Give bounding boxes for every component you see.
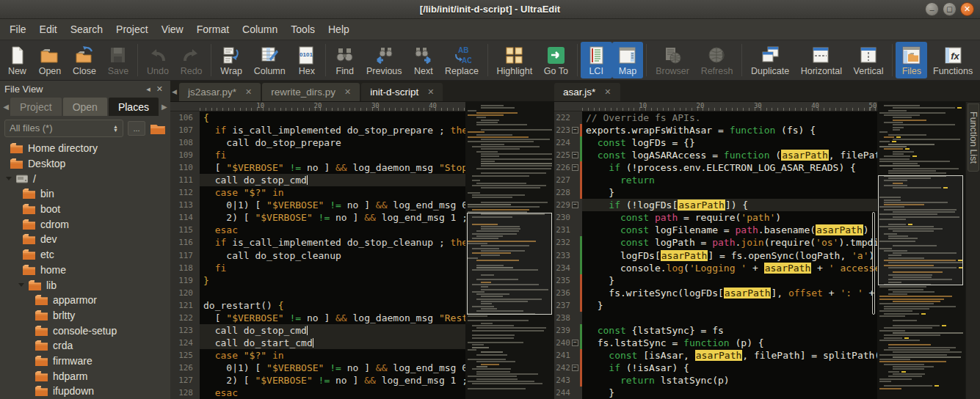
open-button[interactable]: Open — [33, 42, 67, 78]
menu-item-search[interactable]: Search — [64, 21, 109, 38]
file-filter-select[interactable]: All files (*) ▲▼ — [4, 120, 123, 137]
menu-item-format[interactable]: Format — [190, 21, 236, 38]
gutter[interactable]: 235 — [554, 274, 582, 287]
tree-item-lib[interactable]: lib — [0, 277, 170, 293]
tabs-scroll-right-icon[interactable]: ▶ — [160, 98, 169, 116]
title-bar[interactable]: [/lib/init/init-d-script] - UltraEdit – … — [0, 0, 980, 19]
scrollbar-thumb-right[interactable] — [872, 212, 875, 315]
gutter[interactable]: 227 — [554, 174, 582, 186]
collapse-arrow-icon[interactable] — [6, 177, 12, 180]
hex-button[interactable]: 0101Hex — [291, 42, 323, 78]
duplicate-button[interactable]: Duplicate — [745, 42, 795, 78]
tree-item-home[interactable]: home — [0, 263, 170, 278]
gutter[interactable]: 238 — [554, 312, 582, 324]
tab-close-icon[interactable]: ✕ — [344, 87, 351, 97]
tree-item-hdparm[interactable]: hdparm — [0, 368, 170, 384]
horizontal-button[interactable]: Horizontal — [795, 42, 848, 78]
browse-button[interactable]: ... — [128, 121, 145, 136]
tree-item-desktop[interactable]: Desktop — [0, 156, 170, 172]
fold-marker-icon[interactable]: − — [572, 164, 578, 171]
collapse-arrow-icon[interactable] — [18, 283, 24, 287]
gutter[interactable]: 224 — [554, 136, 582, 149]
tree-item-firmware[interactable]: firmware — [0, 354, 170, 369]
map-button[interactable]: Map — [612, 42, 644, 78]
fold-marker-icon[interactable]: − — [572, 202, 578, 208]
functions-button[interactable]: fxFunctions — [927, 42, 979, 78]
tree-item-etc[interactable]: etc — [0, 247, 170, 263]
fold-marker-icon[interactable]: − — [572, 340, 578, 346]
previous-button[interactable]: Previous — [360, 42, 407, 78]
gutter[interactable]: 236 — [554, 287, 582, 299]
document-tab-init-d-script[interactable]: init-d-script✕ — [361, 83, 443, 101]
fold-marker-icon[interactable]: − — [572, 152, 578, 158]
maximize-icon[interactable]: ◻ — [943, 2, 957, 16]
files-button[interactable]: Files — [896, 42, 927, 78]
gutter[interactable]: 231 — [554, 224, 582, 236]
gutter[interactable]: 239 — [554, 324, 582, 337]
tree-item-dev[interactable]: dev — [0, 232, 170, 247]
document-tab-js2asar-py-[interactable]: js2asar.py*✕ — [179, 83, 261, 101]
file-view-tab-places[interactable]: Places — [109, 98, 159, 116]
tree-item-crda[interactable]: crda — [0, 338, 170, 354]
panel-close-icon[interactable]: ✕ — [153, 84, 166, 94]
menu-item-help[interactable]: Help — [322, 21, 356, 38]
panel-collapse-icon[interactable]: ◂ — [143, 84, 153, 94]
editor-pane-left[interactable]: 10203040 106{107 if is_call_implemented … — [170, 102, 554, 399]
gutter[interactable]: 225− — [554, 149, 582, 161]
highlight-button[interactable]: Highlight — [491, 42, 538, 78]
gutter[interactable]: 240− — [554, 337, 582, 349]
tree-item-console-setup[interactable]: console-setup — [0, 323, 170, 338]
function-list-tab[interactable]: Function List — [968, 103, 979, 172]
menu-item-file[interactable]: File — [3, 21, 33, 38]
gutter[interactable]: 234 — [554, 262, 582, 274]
menu-item-project[interactable]: Project — [109, 21, 155, 38]
file-view-tab-project[interactable]: Project — [10, 98, 62, 116]
tree-item-home-directory[interactable]: Home directory — [0, 141, 170, 156]
close-button[interactable]: Close — [67, 42, 102, 78]
fold-marker-icon[interactable]: − — [572, 365, 578, 371]
document-tab-rewrite-dirs-py[interactable]: rewrite_dirs.py✕ — [262, 83, 360, 101]
gutter[interactable]: 242− — [554, 362, 582, 374]
document-tab-asar-js-[interactable]: asar.js*✕ — [554, 83, 620, 101]
gutter[interactable]: 229− — [554, 199, 582, 211]
minimize-icon[interactable]: – — [925, 2, 939, 16]
gutter[interactable]: 223− — [554, 124, 582, 136]
tree-item-cdrom[interactable]: cdrom — [0, 216, 170, 232]
fold-marker-icon[interactable]: − — [572, 127, 578, 133]
editor-pane-right[interactable]: 1020304050 222// Override fs APIs.223−ex… — [554, 102, 965, 399]
gutter[interactable]: 230 — [554, 211, 582, 224]
find-button[interactable]: Find — [329, 42, 360, 78]
tree-item--[interactable]: / — [0, 171, 170, 186]
gutter[interactable]: 228 — [554, 186, 582, 199]
lci-button[interactable]: LCI — [581, 42, 612, 78]
gutter[interactable]: 237 — [554, 299, 582, 312]
wrap-button[interactable]: Wrap — [214, 42, 247, 78]
gutter[interactable]: 232 — [554, 236, 582, 249]
tab-scroll-left-icon[interactable]: ◀ — [170, 88, 179, 101]
tabs-scroll-left-icon[interactable]: ◀ — [1, 98, 10, 116]
tree-item-brltty[interactable]: brltty — [0, 308, 170, 323]
gutter[interactable]: 241 — [554, 349, 582, 362]
tree-item-boot[interactable]: boot — [0, 202, 170, 217]
menu-item-tools[interactable]: Tools — [284, 21, 322, 38]
goto-button[interactable]: Go To — [538, 42, 574, 78]
new-button[interactable]: New — [1, 42, 33, 78]
column-button[interactable]: Column — [248, 42, 291, 78]
file-view-tab-open[interactable]: Open — [63, 98, 107, 116]
gutter[interactable]: 244 — [554, 387, 582, 399]
gutter[interactable]: 243 — [554, 374, 582, 387]
vertical-button[interactable]: Vertical — [848, 42, 890, 78]
menu-item-edit[interactable]: Edit — [33, 21, 64, 38]
minimap-viewport-left[interactable] — [467, 213, 552, 315]
tab-close-icon[interactable]: ✕ — [604, 87, 611, 97]
tree-item-bin[interactable]: bin — [0, 186, 170, 202]
close-icon[interactable]: ✕ — [960, 2, 974, 16]
menu-item-column[interactable]: Column — [236, 21, 284, 38]
gutter[interactable]: 233 — [554, 249, 582, 262]
replace-button[interactable]: ABACReplace — [439, 42, 484, 78]
gutter[interactable]: 226− — [554, 161, 582, 174]
next-button[interactable]: Next — [407, 42, 439, 78]
tree-item-ifupdown[interactable]: ifupdown — [0, 384, 170, 399]
menu-item-view[interactable]: View — [155, 21, 190, 38]
spinner-icon[interactable]: ▲▼ — [113, 125, 118, 132]
